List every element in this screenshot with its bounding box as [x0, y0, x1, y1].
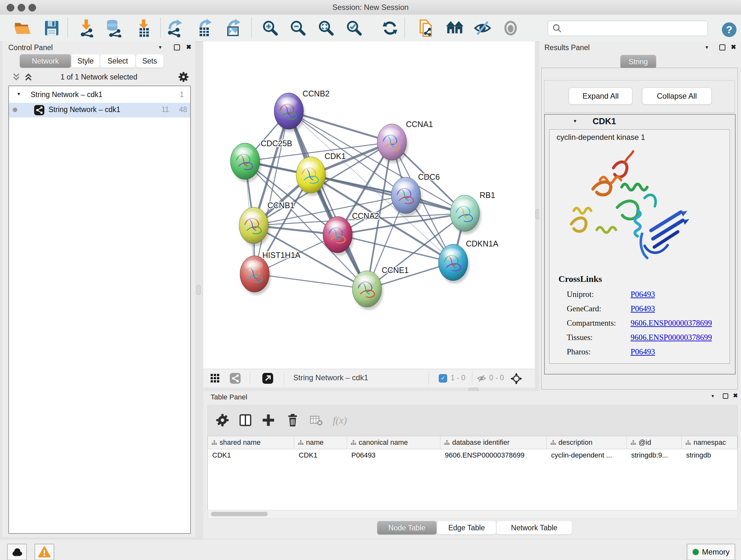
tab-edge-table[interactable]: Edge Table — [437, 521, 496, 535]
network-options-gear-icon[interactable] — [178, 71, 190, 84]
network-row-label: String Network – cdk1 — [49, 105, 120, 114]
hide-graphics-details-button[interactable] — [472, 18, 493, 38]
results-panel-float-icon[interactable] — [719, 44, 725, 51]
crosslink-link[interactable]: P06493 — [630, 348, 655, 356]
zoom-in-button[interactable] — [259, 18, 281, 38]
left-splitter-grip[interactable] — [196, 285, 201, 295]
tab-style[interactable]: Style — [71, 54, 99, 68]
import-network-from-database-button[interactable] — [103, 18, 125, 38]
network-collection-row[interactable]: ▼ String Network – cdk1 1 — [9, 89, 190, 103]
tab-node-table[interactable]: Node Table — [377, 521, 436, 535]
table-options-button[interactable] — [213, 411, 231, 429]
tab-select[interactable]: Select — [100, 54, 135, 68]
crosslink-link[interactable]: P06493 — [630, 290, 655, 299]
cloud-status-button[interactable] — [7, 544, 27, 560]
column-header-name[interactable]: name — [294, 436, 347, 449]
control-panel-menu-arrow-icon[interactable]: ▼ — [158, 45, 162, 50]
network-node-CDC6[interactable] — [391, 177, 422, 216]
zoom-fit-button[interactable] — [315, 18, 337, 38]
create-column-button[interactable] — [259, 411, 277, 429]
tab-network-table[interactable]: Network Table — [496, 521, 572, 535]
column-header-database-identifier[interactable]: database identifier — [441, 436, 547, 449]
string-network-graph[interactable]: CCNB2CCNA1CDC25BCDK1CDC6RB1CCNB1CCNA2CDK… — [203, 42, 535, 369]
results-panel-close-icon[interactable]: ✖ — [731, 43, 736, 51]
string-app-icon-disabled[interactable] — [229, 373, 241, 385]
apply-layout-button[interactable] — [379, 18, 401, 38]
tab-sets[interactable]: Sets — [136, 54, 163, 68]
network-node-CDK1[interactable] — [296, 157, 327, 196]
control-panel-close-icon[interactable]: ✖ — [186, 43, 192, 51]
collapse-all-button[interactable]: Collapse All — [642, 87, 712, 105]
node-table[interactable]: shared namenamecanonical namedatabase id… — [207, 436, 738, 510]
table-row[interactable]: CDK1CDK1P064939606.ENSP00000378699cyclin… — [208, 449, 738, 461]
expand-all-button[interactable]: Expand All — [569, 87, 632, 105]
show-graphics-details-button[interactable] — [500, 18, 522, 38]
table-cell[interactable]: CDK1 — [294, 449, 347, 461]
toolbar-separator — [428, 372, 429, 385]
save-session-button[interactable] — [41, 18, 63, 38]
hidden-items-eye-slash-icon[interactable] — [476, 373, 487, 385]
network-node-RB1[interactable] — [450, 195, 481, 234]
table-cell[interactable]: stringdb:9... — [627, 449, 682, 461]
crosslink-row: Pharos:P06493 — [549, 346, 730, 360]
import-network-from-file-button[interactable] — [76, 18, 98, 38]
table-panel-float-icon[interactable] — [723, 393, 728, 399]
warnings-button[interactable] — [35, 544, 54, 560]
crosslink-link[interactable]: 9606.ENSP00000378699 — [630, 333, 712, 342]
table-cell[interactable]: P06493 — [347, 449, 441, 461]
tab-network[interactable]: Network — [20, 54, 71, 68]
network-node-CDC25B[interactable] — [230, 143, 261, 182]
table-cell[interactable]: 9606.ENSP00000378699 — [441, 449, 547, 461]
network-row-selected[interactable]: String Network – cdk1 11 48 — [9, 103, 190, 118]
network-node-CCNB2[interactable] — [274, 93, 305, 132]
table-horizontal-scrollbar[interactable] — [207, 510, 738, 519]
column-header-shared-name[interactable]: shared name — [208, 436, 294, 449]
network-node-CCNB1[interactable] — [239, 207, 270, 246]
zoom-out-button[interactable] — [287, 18, 309, 38]
help-button[interactable]: ? — [722, 22, 737, 37]
network-node-CCNA1[interactable] — [377, 124, 408, 163]
network-view-canvas[interactable]: CCNB2CCNA1CDC25BCDK1CDC6RB1CCNB1CCNA2CDK… — [203, 42, 535, 369]
network-edge[interactable] — [255, 274, 367, 289]
selected-items-checkbox[interactable]: ✓ — [439, 374, 447, 382]
network-edge[interactable] — [311, 175, 465, 213]
network-node-CCNE1[interactable] — [352, 271, 383, 310]
pan-crosshair-icon[interactable] — [510, 373, 522, 386]
results-panel-menu-arrow-icon[interactable]: ▼ — [704, 45, 709, 50]
tree-expander-icon[interactable]: ▼ — [17, 91, 21, 97]
control-panel-float-icon[interactable] — [174, 44, 180, 51]
table-panel-close-icon[interactable]: ✖ — [733, 392, 738, 399]
crosslink-link[interactable]: 9606.ENSP00000378699 — [630, 319, 712, 327]
show-columns-button[interactable] — [237, 411, 254, 429]
cdk1-section-expander-icon[interactable]: ▼ — [573, 118, 577, 124]
export-table-button[interactable] — [193, 18, 215, 38]
network-node-CDKN1A[interactable] — [439, 244, 469, 284]
fit-content-button[interactable] — [262, 373, 273, 385]
open-session-button[interactable] — [11, 18, 33, 38]
column-header-namespac[interactable]: namespac — [682, 436, 738, 449]
new-network-from-selection-button[interactable] — [415, 18, 437, 38]
eye-disabled-icon — [501, 19, 520, 37]
birds-eye-view-grid-icon[interactable] — [210, 373, 220, 385]
column-header-@id[interactable]: @id — [627, 436, 682, 449]
export-network-button[interactable] — [164, 18, 185, 38]
table-panel-menu-arrow-icon[interactable]: ▼ — [711, 394, 715, 398]
table-cell[interactable]: CDK1 — [208, 449, 294, 461]
scrollbar-thumb[interactable] — [211, 512, 268, 516]
import-table-from-file-button[interactable] — [133, 18, 154, 38]
delete-column-button[interactable] — [284, 411, 301, 429]
network-node-CCNA2[interactable] — [323, 216, 354, 256]
export-image-button[interactable] — [222, 18, 244, 38]
search-input[interactable] — [562, 22, 708, 35]
tab-string[interactable]: String — [620, 55, 656, 68]
network-node-HIST1H1A[interactable] — [240, 256, 271, 295]
crosslink-link[interactable]: P06493 — [630, 304, 655, 313]
zoom-selected-button[interactable] — [343, 18, 365, 38]
results-scroll-area[interactable]: ▼ CDK1 cyclin-dependent kinase 1 — [544, 114, 736, 374]
group-nodes-button[interactable] — [444, 18, 466, 38]
table-cell[interactable]: stringdb — [682, 449, 738, 461]
memory-button[interactable]: Memory — [687, 544, 735, 560]
table-cell[interactable]: cyclin-dependent ... — [547, 449, 627, 461]
column-header-canonical-name[interactable]: canonical name — [347, 436, 441, 449]
column-header-description[interactable]: description — [547, 436, 627, 449]
